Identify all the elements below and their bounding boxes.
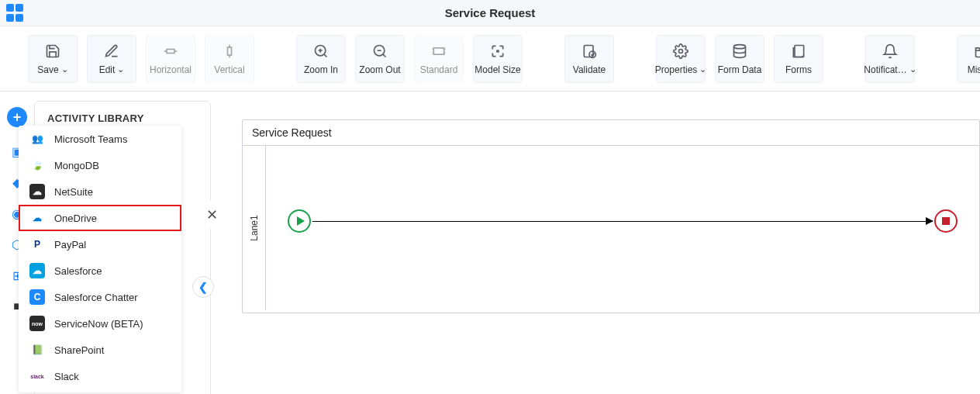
standard-icon [430,43,447,60]
edit-label: Edit [99,64,116,75]
folder-icon [973,43,980,60]
library-item-label: Microsoft Teams [54,133,127,145]
close-icon[interactable]: ✕ [198,201,226,229]
svg-point-17 [679,49,683,53]
zoom-in-icon [312,43,330,60]
validate-label: Validate [573,64,606,75]
top-header: Service Request [0,0,980,26]
sharepoint-icon: 📗 [29,342,45,358]
chevron-down-icon: ⌄ [61,64,68,74]
end-node-icon[interactable] [934,209,958,233]
library-item-label: NetSuite [54,186,93,198]
paypal-icon: P [29,237,45,252]
svg-line-7 [324,54,327,57]
lane-body[interactable] [266,146,979,310]
library-item-label: ServiceNow (BETA) [54,318,143,330]
zoom-out-label: Zoom Out [359,64,400,75]
library-item-slack[interactable]: slackSlack [19,363,181,389]
library-item-microsoft-teams[interactable]: 👥Microsoft Teams [19,126,181,152]
panel-title: ACTIVITY LIBRARY [35,102,210,129]
model-size-icon [489,43,506,60]
validate-button[interactable]: Validate [564,35,614,83]
misc-label: Misc [968,64,980,75]
save-button[interactable]: Save⌄ [28,35,78,83]
library-item-sharepoint[interactable]: 📗SharePoint [19,337,181,363]
svg-point-14 [497,50,499,52]
library-item-label: OneDrive [54,213,97,224]
collapse-panel-button[interactable]: ❮ [192,276,214,298]
save-icon [44,43,61,60]
toolbar: Save⌄ Edit⌄ Horizontal Vertical Zoom In … [0,26,980,92]
zoom-out-button[interactable]: Zoom Out [355,35,405,83]
validate-icon [581,43,598,60]
library-item-salesforce-chatter[interactable]: CSalesforce Chatter [19,284,181,310]
svg-point-18 [734,44,746,48]
library-item-label: Salesforce Chatter [54,292,138,303]
canvas-area: Service Request Lane1 [226,92,980,394]
library-item-paypal[interactable]: PPayPal [19,231,181,257]
lane-label[interactable]: Lane1 [243,146,266,310]
chevron-down-icon: ⌄ [699,64,706,74]
notifications-label: Notificat… [864,64,906,75]
app-launcher-icon[interactable] [6,4,25,22]
start-node-icon[interactable] [288,209,311,233]
form-data-label: Form Data [718,64,762,75]
connector-line[interactable] [312,221,933,222]
horizontal-icon [162,43,179,60]
vertical-button[interactable]: Vertical [205,35,254,83]
edit-icon [103,43,120,60]
zoom-in-label: Zoom In [304,64,338,75]
library-item-servicenow-beta-[interactable]: nowServiceNow (BETA) [19,310,181,337]
zoom-in-button[interactable]: Zoom In [296,35,346,83]
model-size-label: Model Size [474,64,520,75]
library-item-label: PayPal [54,239,86,251]
svg-rect-19 [795,45,804,57]
mongodb-icon: 🍃 [29,157,45,173]
salesforce-chatter-icon: C [29,289,45,305]
activity-library-dropdown: 👥Microsoft Teams🍃MongoDB☁NetSuite☁OneDri… [19,126,181,392]
svg-rect-0 [167,49,174,53]
svg-rect-3 [228,47,232,55]
properties-button[interactable]: Properties⌄ [656,35,706,83]
library-item-mongodb[interactable]: 🍃MongoDB [19,152,181,178]
library-item-onedrive[interactable]: ☁OneDrive [19,205,181,231]
model-size-button[interactable]: Model Size [473,35,523,83]
library-item-netsuite[interactable]: ☁NetSuite [19,178,181,205]
process-canvas[interactable]: Service Request Lane1 [242,119,980,313]
horizontal-button[interactable]: Horizontal [146,35,195,83]
vertical-icon [221,43,238,60]
forms-icon [790,43,807,60]
database-icon [731,43,748,60]
gear-icon [672,43,689,60]
forms-button[interactable]: Forms [774,35,823,83]
zoom-out-icon [371,43,388,60]
standard-button[interactable]: Standard [414,35,464,83]
horizontal-label: Horizontal [150,64,192,75]
microsoft-teams-icon: 👥 [29,131,45,147]
standard-label: Standard [420,64,458,75]
library-item-label: MongoDB [54,160,99,171]
library-item-social-network[interactable]: 🔗Social Network [19,389,181,392]
library-item-salesforce[interactable]: ☁Salesforce [19,257,181,284]
misc-button[interactable]: Misc⌄ [957,35,980,83]
chevron-down-icon: ⌄ [117,64,124,74]
library-scroll[interactable]: 👥Microsoft Teams🍃MongoDB☁NetSuite☁OneDri… [19,126,181,392]
onedrive-icon: ☁ [29,210,45,226]
forms-label: Forms [785,64,812,75]
add-activity-button[interactable]: + [7,107,27,127]
notifications-button[interactable]: Notificat…⌄ [865,35,915,83]
page-title: Service Request [445,6,536,19]
svg-line-11 [383,54,386,57]
slack-icon: slack [29,368,45,384]
library-item-label: SharePoint [54,344,104,356]
properties-label: Properties [655,64,698,75]
servicenow-beta--icon: now [29,316,45,331]
vertical-label: Vertical [214,64,244,75]
library-item-label: Slack [54,371,79,382]
edit-button[interactable]: Edit⌄ [87,35,136,83]
svg-rect-13 [433,47,443,54]
netsuite-icon: ☁ [29,184,45,199]
form-data-button[interactable]: Form Data [715,35,764,83]
save-label: Save [37,64,58,75]
bell-icon [882,43,899,60]
